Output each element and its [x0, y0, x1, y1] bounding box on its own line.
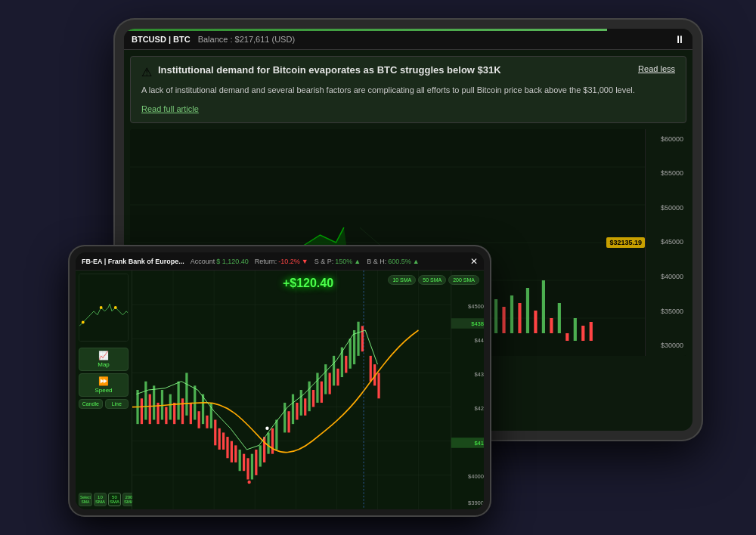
- svg-rect-98: [353, 330, 355, 364]
- phone-account-label: Account: [191, 258, 215, 265]
- svg-rect-62: [206, 416, 208, 428]
- tablet-y-label-4: $45000: [649, 238, 683, 246]
- sma-toggle-50[interactable]: 50 SMA: [418, 275, 446, 285]
- svg-text:$44: $44: [474, 337, 484, 344]
- svg-rect-14: [494, 299, 497, 333]
- svg-rect-73: [251, 454, 253, 480]
- svg-rect-54: [173, 403, 175, 424]
- svg-rect-93: [333, 356, 335, 386]
- svg-text:$438: $438: [471, 320, 484, 327]
- svg-point-104: [247, 481, 250, 484]
- svg-rect-69: [234, 445, 237, 462]
- svg-rect-94: [336, 369, 339, 386]
- svg-rect-79: [275, 420, 277, 450]
- svg-rect-77: [267, 432, 269, 453]
- svg-rect-66: [222, 432, 225, 450]
- phone-return-stat: Return: -10.2% ▼: [255, 258, 308, 265]
- warning-icon: ⚠: [141, 65, 152, 79]
- phone-sp-stat: S & P: 150% ▲: [314, 258, 361, 265]
- svg-rect-78: [271, 428, 274, 454]
- phone-close-button[interactable]: ✕: [470, 256, 478, 267]
- news-headline-row: ⚠ Institutional demand for Bitcoin evapo…: [141, 64, 675, 79]
- svg-rect-52: [165, 407, 167, 425]
- tablet-y-label-7: $30000: [649, 342, 683, 349]
- svg-rect-24: [574, 318, 577, 341]
- sma-50-button[interactable]: 50SMA: [108, 493, 121, 506]
- svg-rect-100: [361, 326, 364, 351]
- svg-rect-97: [349, 339, 352, 369]
- sma-select-button[interactable]: SelectSMA: [79, 493, 92, 506]
- phone-sp-label: S & P:: [314, 258, 334, 265]
- svg-point-28: [82, 321, 85, 324]
- svg-rect-16: [510, 295, 513, 333]
- tablet-price-label: $32135.19: [606, 237, 645, 248]
- svg-rect-60: [198, 411, 200, 428]
- progress-bar: [124, 29, 607, 31]
- svg-text:$42: $42: [474, 405, 484, 412]
- line-label: Line: [112, 401, 122, 407]
- svg-rect-82: [287, 411, 290, 432]
- svg-rect-96: [345, 356, 347, 373]
- svg-rect-64: [214, 420, 216, 446]
- tablet-y-axis: $60000 $55000 $50000 $45000 $40000 $3500…: [645, 129, 686, 356]
- svg-rect-26: [590, 322, 593, 341]
- phone-sp-arrow: ▲: [354, 258, 361, 265]
- svg-rect-65: [218, 428, 221, 450]
- phone-bh-value: 600.5%: [388, 258, 411, 265]
- svg-rect-21: [550, 318, 553, 333]
- phone-sp-value: 150%: [335, 258, 352, 265]
- svg-rect-89: [316, 373, 318, 403]
- phone-return-label: Return:: [255, 258, 277, 265]
- tablet-y-label-6: $35000: [649, 308, 683, 315]
- svg-rect-19: [534, 311, 537, 333]
- svg-rect-58: [190, 403, 192, 424]
- svg-rect-92: [329, 373, 331, 394]
- svg-rect-17: [518, 303, 521, 333]
- news-body: A lack of institutional demand and sever…: [141, 84, 675, 97]
- svg-rect-86: [304, 398, 306, 416]
- scene: BTCUSD | BTC Balance : $217,611 (USD) ⏸ …: [68, 18, 688, 517]
- svg-rect-68: [231, 441, 233, 462]
- svg-rect-90: [321, 382, 323, 403]
- line-button[interactable]: Line: [105, 399, 129, 409]
- svg-rect-101: [370, 356, 372, 382]
- sma-toggle-10[interactable]: 10 SMA: [388, 275, 416, 285]
- tablet-header: BTCUSD | BTC Balance : $217,611 (USD) ⏸: [124, 29, 692, 50]
- svg-rect-87: [308, 382, 311, 412]
- map-button[interactable]: 📈 Map: [79, 348, 129, 371]
- read-less-button[interactable]: Read less: [638, 64, 675, 73]
- phone-header: FB-EA | Frank Bank of Europe... Account …: [76, 252, 484, 271]
- news-headline: Institutional demand for Bitcoin evapora…: [158, 64, 501, 77]
- tablet-pause-icon[interactable]: ⏸: [674, 33, 685, 45]
- svg-rect-74: [255, 450, 257, 475]
- candle-label: Candle: [82, 401, 99, 407]
- svg-rect-49: [153, 385, 155, 419]
- speed-label: Speed: [94, 387, 112, 394]
- svg-rect-47: [144, 382, 147, 420]
- tablet-y-label-2: $55000: [649, 169, 683, 177]
- read-full-article-link[interactable]: Read full article: [141, 104, 199, 113]
- phone-sidebar: 📈 Map ⏩ Speed Candle Line: [76, 271, 132, 509]
- sma-toggle-200[interactable]: 200 SMA: [448, 275, 479, 285]
- svg-text:$4000: $4000: [468, 473, 484, 480]
- svg-rect-20: [542, 280, 545, 333]
- svg-rect-99: [357, 322, 359, 356]
- phone-screen: FB-EA | Frank Bank of Europe... Account …: [76, 252, 484, 509]
- sma-toggles: 10 SMA 50 SMA 200 SMA: [388, 275, 479, 285]
- svg-rect-83: [292, 394, 294, 425]
- phone-body: 📈 Map ⏩ Speed Candle Line: [76, 271, 484, 509]
- sma-10-button[interactable]: 10SMA: [94, 493, 107, 506]
- candle-button[interactable]: Candle: [79, 399, 103, 409]
- speed-button[interactable]: ⏩ Speed: [79, 373, 129, 397]
- phone-device: FB-EA | Frank Bank of Europe... Account …: [68, 245, 491, 517]
- phone-account-name: FB-EA | Frank Bank of Europe...: [82, 258, 184, 265]
- tablet-y-label-5: $40000: [649, 273, 683, 280]
- speed-icon: ⏩: [98, 376, 109, 386]
- svg-point-30: [114, 306, 117, 309]
- svg-text:$41: $41: [474, 440, 484, 447]
- phone-return-arrow: ▼: [302, 258, 308, 265]
- svg-rect-70: [239, 450, 241, 471]
- chart-profit: +$120.40: [283, 277, 333, 290]
- phone-bh-arrow: ▲: [413, 258, 420, 265]
- svg-rect-25: [581, 326, 584, 341]
